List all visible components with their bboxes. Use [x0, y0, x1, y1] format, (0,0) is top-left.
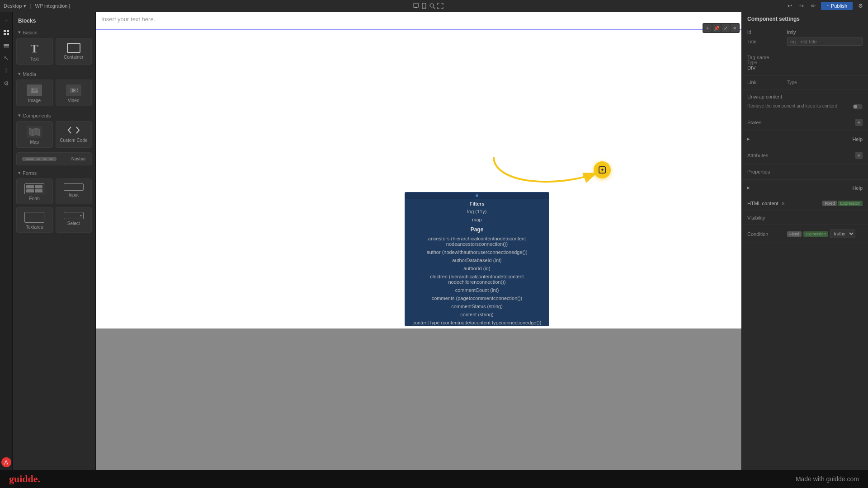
rp-html-close[interactable]: ✕ [781, 201, 785, 206]
rp-title-label: Title [747, 39, 783, 44]
user-icon[interactable]: A [1, 457, 11, 467]
dp-item-0[interactable]: ancestors (hierarchicalcontentnodetocont… [405, 235, 549, 248]
dp-item-7[interactable]: commentStatus (string) [405, 302, 549, 310]
block-image[interactable]: Image [16, 80, 53, 106]
rp-tagname-value: DIV [747, 65, 783, 70]
undo-icon[interactable]: ↩ [786, 2, 794, 10]
desktop-selector[interactable]: Desktop ▾ [4, 3, 26, 9]
publish-label: Publish [831, 3, 847, 9]
rp-fixed-badge[interactable]: Fixed [822, 201, 837, 206]
rp-help-header[interactable]: ▸ Help [742, 134, 868, 144]
rp-unwrap-desc-row: Remove the component and keep its conten… [742, 101, 868, 111]
block-video[interactable]: Video [56, 80, 92, 106]
section-forms[interactable]: ▾ Forms [13, 168, 95, 178]
block-text[interactable]: T Text [16, 38, 53, 65]
canvas-text-area[interactable]: Insert your text here. [96, 12, 741, 30]
phone-icon[interactable] [420, 2, 428, 10]
rp-unwrap-label: Unwrap content [747, 94, 783, 99]
video-block-label: Video [68, 98, 79, 103]
dp-item-1[interactable]: author (nodewithauthoruserconnectionedge… [405, 248, 549, 256]
dp-page-title: Page [405, 224, 549, 235]
rp-truthy-select[interactable]: truthy falsy [830, 230, 855, 238]
rp-tagname-section: Tag name Type DIV [742, 50, 868, 75]
rp-id-label: id [747, 29, 783, 35]
dp-log-item[interactable]: log (11y) [405, 207, 549, 216]
block-map[interactable]: Map [16, 121, 53, 148]
navbar-block-label: Navbar [71, 156, 86, 161]
publish-button[interactable]: ↑ Publish [821, 2, 853, 10]
cursor-icon[interactable]: ↖ [1, 53, 11, 63]
redo-icon[interactable]: ↪ [797, 2, 806, 10]
expand-icon[interactable] [436, 2, 444, 10]
svg-point-14 [32, 89, 33, 90]
dp-item-3[interactable]: authorId (id) [405, 264, 549, 272]
layers-icon[interactable] [1, 40, 11, 50]
made-with-label: Made with guidde.com [796, 475, 859, 483]
rp-html-row: HTML content ✕ Fixed Expression [742, 199, 868, 208]
dp-item-9[interactable]: contentType (contentnodetocontent typeco… [405, 319, 549, 326]
dp-item-5[interactable]: commentCount (int) [405, 286, 549, 294]
dropdown-arrow: ▾ [24, 3, 26, 9]
topbar: Desktop ▾ | WP integration | [0, 0, 868, 12]
rp-help2-header[interactable]: ▸ Help [742, 183, 868, 193]
block-textarea[interactable]: Textarea [16, 207, 53, 233]
block-input[interactable]: Input [56, 178, 92, 204]
rp-properties-header[interactable]: Properties [742, 167, 868, 177]
dp-item-8[interactable]: content (string) [405, 310, 549, 319]
settings-icon[interactable]: ⚙ [856, 2, 864, 10]
rp-help-label: Help [852, 136, 863, 142]
dp-item-2[interactable]: authorDatabaseId (int) [405, 256, 549, 264]
rp-title-input[interactable] [787, 38, 863, 46]
rp-unwrap-toggle[interactable] [853, 104, 863, 109]
rp-condition-row: Condition Fixed Expression truthy falsy [742, 228, 868, 240]
component-settings-title: Component settings [742, 12, 868, 25]
toolbar-pin-btn[interactable]: 📌 [712, 24, 721, 32]
section-media[interactable]: ▾ Media [13, 69, 95, 80]
section-basics[interactable]: ▾ Basics [13, 28, 95, 38]
svg-rect-7 [7, 30, 9, 32]
guidde-logo-text: guidde. [9, 473, 40, 484]
zoom-icon[interactable] [428, 2, 436, 10]
rp-tagname-row: Tag name Type DIV [742, 53, 868, 72]
svg-point-3 [424, 7, 425, 8]
form-block-label: Form [29, 196, 40, 201]
rp-attributes-section: Attributes + [742, 147, 868, 164]
blocks-panel-title: Blocks [13, 16, 95, 28]
rp-id-value: imly [787, 29, 863, 35]
yellow-circle-annotation[interactable] [594, 161, 611, 178]
block-select[interactable]: ▾ Select [56, 207, 92, 233]
code-block-label: Custom Code [60, 138, 87, 143]
video-block-icon [66, 84, 81, 96]
media-grid: Image Video [13, 80, 95, 111]
block-form[interactable]: Form [16, 178, 53, 204]
dp-item-4[interactable]: children (hierarchicalcontentnodetoconte… [405, 272, 549, 286]
rp-expression-badge[interactable]: Expression [838, 201, 863, 206]
text-icon[interactable]: T [1, 66, 11, 75]
toolbar-close-btn[interactable]: ✕ [731, 24, 739, 32]
rp-states-add-btn[interactable]: + [855, 119, 863, 126]
dp-scroll[interactable]: Filters log (11y) map Page ancestors (hi… [405, 199, 549, 326]
rp-attributes-add-btn[interactable]: + [855, 152, 863, 159]
responsive-icon[interactable] [412, 2, 420, 10]
block-container[interactable]: Container [56, 38, 92, 65]
guidde-logo: guidde. [9, 473, 40, 485]
rp-unwrap-section: Unwrap content Remove the component and … [742, 89, 868, 114]
dp-item-6[interactable]: comments (pagetocommentconnection()) [405, 294, 549, 302]
svg-rect-11 [4, 45, 9, 46]
yellow-circle-icon[interactable] [594, 161, 611, 178]
toolbar-expand-btn[interactable]: ⤢ [722, 24, 730, 32]
toolbar-add-btn[interactable]: + [703, 24, 712, 32]
blocks-icon[interactable] [1, 28, 11, 38]
topbar-left: Desktop ▾ | WP integration | [4, 3, 70, 9]
section-components[interactable]: ▾ Components [13, 111, 95, 121]
block-navbar[interactable]: Navbar [16, 152, 92, 165]
add-icon[interactable]: + [1, 15, 11, 25]
block-custom-code[interactable]: Custom Code [56, 121, 92, 148]
rp-states-row: States + [742, 117, 868, 128]
rp-attributes-row: Attributes + [742, 150, 868, 161]
dp-map-item[interactable]: map [405, 216, 549, 224]
pencil-icon[interactable]: ✏ [809, 2, 817, 10]
forms-grid: Form Input Textarea ▾ Select [13, 178, 95, 237]
rp-properties-label: Properties [747, 169, 770, 174]
gear-settings-icon[interactable]: ⚙ [1, 78, 11, 88]
